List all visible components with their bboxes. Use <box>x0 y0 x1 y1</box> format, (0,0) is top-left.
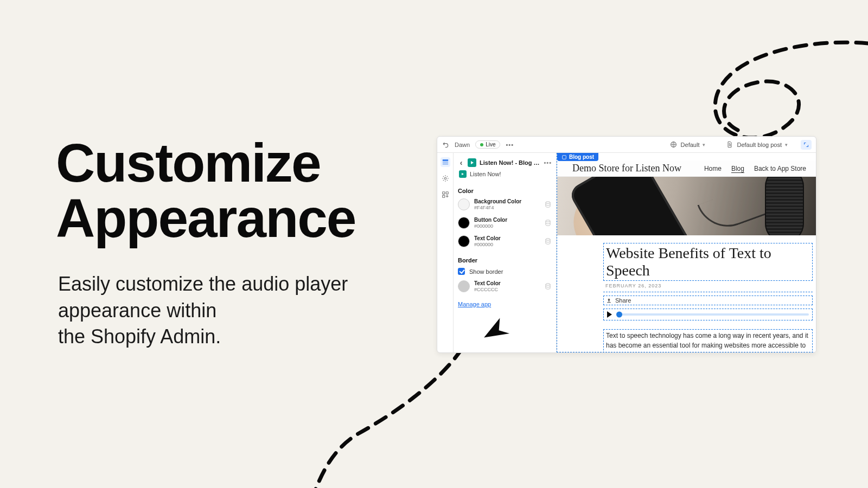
app-badge-icon <box>459 170 467 178</box>
decorative-swoosh-top <box>483 33 868 152</box>
theme-editor-window: Dawn Live ••• Default ▾ Default blog pos… <box>437 136 816 353</box>
section-heading-color: Color <box>458 188 552 194</box>
left-rail <box>437 153 454 352</box>
audio-player[interactable] <box>603 309 813 320</box>
hero-title: Customize Appearance <box>56 135 355 246</box>
seek-thumb-icon[interactable] <box>616 312 622 318</box>
swatch-icon <box>458 198 470 210</box>
play-icon[interactable] <box>607 311 612 318</box>
dynamic-source-icon[interactable] <box>544 201 552 208</box>
decorative-swoosh-bottom <box>282 336 564 488</box>
blog-post-tag: Blog post <box>557 153 598 161</box>
article-hero-image <box>557 177 816 235</box>
live-badge: Live <box>475 140 500 149</box>
swatch-icon <box>458 217 470 229</box>
settings-sidebar: ‹ Listen Now! - Blog Reader ••• Listen N… <box>454 153 557 352</box>
svg-rect-2 <box>442 162 448 163</box>
nav-blog[interactable]: Blog <box>731 165 744 172</box>
svg-point-9 <box>546 220 550 222</box>
color-setting-text[interactable]: Text Color #000000 <box>458 235 552 247</box>
chevron-down-icon: ▾ <box>785 142 788 147</box>
share-button[interactable]: Share <box>603 296 813 305</box>
show-border-checkbox[interactable]: Show border <box>458 268 552 275</box>
editor-topbar: Dawn Live ••• Default ▾ Default blog pos… <box>437 137 816 153</box>
article-date: FEBRUARY 26, 2023 <box>603 281 813 291</box>
breadcrumb[interactable]: ‹ Listen Now! - Blog Reader ••• <box>458 158 552 167</box>
back-icon[interactable]: ‹ <box>458 158 464 167</box>
svg-point-4 <box>444 177 446 179</box>
svg-point-11 <box>546 284 550 286</box>
dynamic-source-icon[interactable] <box>544 237 552 245</box>
section-heading-border: Border <box>458 257 552 264</box>
app-name-row[interactable]: Listen Now! <box>458 170 552 178</box>
preview-pane: Blog post Demo Store for Listen Now Home… <box>557 153 816 352</box>
svg-rect-12 <box>563 155 566 159</box>
seek-track[interactable] <box>617 313 809 316</box>
hero-subtitle: Easily customize the audio player appear… <box>58 271 348 350</box>
rail-apps-icon[interactable] <box>441 190 450 200</box>
dynamic-source-icon[interactable] <box>544 282 552 290</box>
template-selector[interactable]: Default ▾ <box>666 141 710 149</box>
page-icon <box>726 141 733 149</box>
undo-icon[interactable] <box>442 141 449 149</box>
theme-name: Dawn <box>455 142 470 148</box>
live-label: Live <box>486 142 495 147</box>
inspector-toggle[interactable] <box>801 140 812 150</box>
svg-rect-7 <box>442 195 444 197</box>
color-setting-background[interactable]: Background Color #F4F4F4 <box>458 198 552 210</box>
globe-icon <box>670 141 678 149</box>
svg-rect-1 <box>442 159 448 160</box>
svg-point-10 <box>546 239 550 241</box>
nav-back-to-app-store[interactable]: Back to App Store <box>754 165 806 172</box>
color-setting-button[interactable]: Button Color #000000 <box>458 217 552 229</box>
app-badge-icon <box>468 158 476 167</box>
rail-settings-icon[interactable] <box>441 174 450 183</box>
live-dot-icon <box>480 143 483 146</box>
chevron-down-icon: ▾ <box>703 142 705 147</box>
store-brand[interactable]: Demo Store for Listen Now <box>572 163 681 174</box>
svg-rect-3 <box>442 163 448 164</box>
more-menu-icon[interactable]: ••• <box>506 142 514 148</box>
dynamic-source-icon[interactable] <box>544 219 552 227</box>
article-title: Website Benefits of Text to Speech <box>603 243 813 281</box>
article-text: Text to speech technology has come a lon… <box>603 329 813 352</box>
color-setting-border[interactable]: Text Color #CCCCCC <box>458 280 552 292</box>
svg-rect-6 <box>446 192 448 194</box>
section-more-icon[interactable]: ••• <box>544 159 552 166</box>
swatch-icon <box>458 280 470 292</box>
nav-home[interactable]: Home <box>704 165 722 172</box>
swatch-icon <box>458 235 470 247</box>
manage-app-link[interactable]: Manage app <box>458 301 552 307</box>
storefront-header: Demo Store for Listen Now Home Blog Back… <box>557 160 816 177</box>
article-body: Website Benefits of Text to Speech FEBRU… <box>557 235 816 352</box>
rail-sections-icon[interactable] <box>441 157 450 167</box>
page-selector[interactable]: Default blog post ▾ <box>722 141 792 149</box>
cursor-arrow-icon <box>481 315 510 345</box>
svg-rect-5 <box>442 192 444 194</box>
svg-point-8 <box>546 202 550 204</box>
checkbox-checked-icon <box>458 268 465 275</box>
